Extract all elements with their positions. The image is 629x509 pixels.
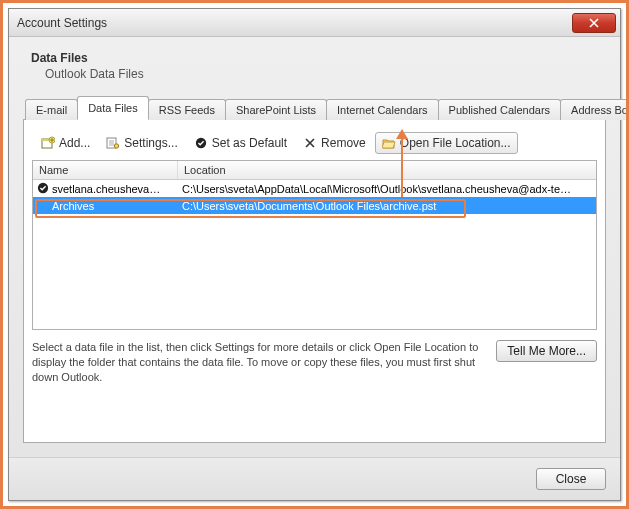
section-heading: Data Files [31,51,606,65]
titlebar[interactable]: Account Settings [9,9,620,37]
toolbar: Add... Settings... Set as Default [32,130,597,160]
dialog-body: Data Files Outlook Data Files E-mail Dat… [9,37,620,457]
settings-icon [106,136,120,150]
tab-data-files[interactable]: Data Files [77,96,149,120]
svg-point-4 [115,144,119,148]
tab-strip: E-mail Data Files RSS Feeds SharePoint L… [23,95,606,120]
tab-panel-data-files: Add... Settings... Set as Default [23,120,606,443]
list-header: Name Location [33,161,596,180]
list-row[interactable]: svetlana.cheusheva… C:\Users\sveta\AppDa… [33,180,596,197]
annotation-arrow [401,137,403,197]
tell-me-more-button[interactable]: Tell Me More... [496,340,597,362]
default-check-icon [37,182,49,196]
section-subheading: Outlook Data Files [45,67,606,81]
remove-button[interactable]: Remove [296,132,373,154]
tab-sharepoint-lists[interactable]: SharePoint Lists [225,99,327,120]
close-button[interactable]: Close [536,468,606,490]
remove-icon [303,136,317,150]
list-row[interactable]: Archives C:\Users\sveta\Documents\Outloo… [33,197,596,214]
dialog-footer: Close [9,457,620,500]
close-icon [589,18,599,28]
help-area: Select a data file in the list, then cli… [32,340,597,385]
add-icon [41,136,55,150]
column-header-name[interactable]: Name [33,161,178,179]
settings-button[interactable]: Settings... [99,132,184,154]
row-location: C:\Users\sveta\Documents\Outlook Files\a… [178,200,596,212]
tab-internet-calendars[interactable]: Internet Calendars [326,99,439,120]
column-header-location[interactable]: Location [178,161,596,179]
tab-published-calendars[interactable]: Published Calendars [438,99,562,120]
check-circle-icon [194,136,208,150]
row-name: svetlana.cheusheva… [52,183,160,195]
window-title: Account Settings [17,16,107,30]
tab-address-books[interactable]: Address Books [560,99,629,120]
data-files-list: Name Location svetlana.cheusheva… C:\Use… [32,160,597,330]
tab-email[interactable]: E-mail [25,99,78,120]
row-location: C:\Users\sveta\AppData\Local\Microsoft\O… [178,183,596,195]
set-default-button[interactable]: Set as Default [187,132,294,154]
window-close-button[interactable] [572,13,616,33]
folder-open-icon [382,136,396,150]
row-name: Archives [52,200,94,212]
help-text: Select a data file in the list, then cli… [32,340,486,385]
account-settings-window: Account Settings Data Files Outlook Data… [8,8,621,501]
add-button[interactable]: Add... [34,132,97,154]
list-body: svetlana.cheusheva… C:\Users\sveta\AppDa… [33,180,596,329]
tab-rss-feeds[interactable]: RSS Feeds [148,99,226,120]
